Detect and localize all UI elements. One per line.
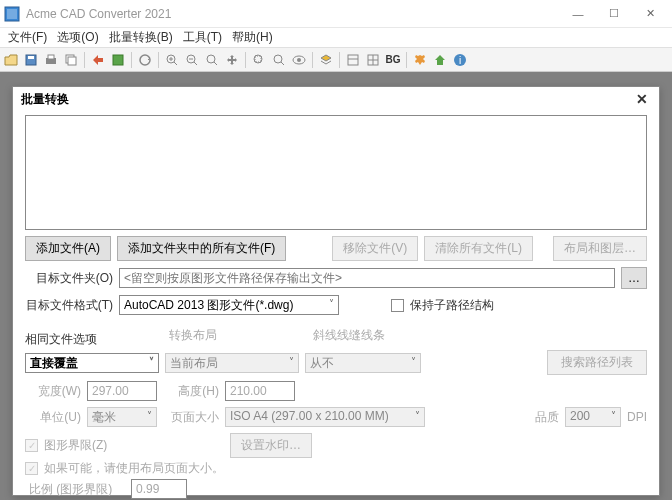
zoom-in-icon[interactable] <box>163 51 181 69</box>
zoom-out-icon[interactable] <box>183 51 201 69</box>
use-layout-checkbox: ✓ <box>25 462 38 475</box>
unit-select: 毫米 <box>87 407 157 427</box>
svg-rect-5 <box>48 55 54 59</box>
menu-options[interactable]: 选项(O) <box>53 29 102 46</box>
svg-point-24 <box>297 58 301 62</box>
clear-all-button[interactable]: 清除所有文件(L) <box>424 236 533 261</box>
width-label: 宽度(W) <box>25 383 81 400</box>
quality-label: 品质 <box>535 409 559 426</box>
svg-point-17 <box>207 55 215 63</box>
dialog-close-icon[interactable]: ✕ <box>633 91 651 107</box>
limit-label: 图形界限(Z) <box>44 437 224 454</box>
menu-tools[interactable]: 工具(T) <box>179 29 226 46</box>
zoom-window-icon[interactable] <box>250 51 268 69</box>
dialog-title: 批量转换 <box>21 91 69 108</box>
svg-rect-1 <box>7 9 17 19</box>
svg-rect-8 <box>113 55 123 65</box>
zoom-fit-icon[interactable] <box>203 51 221 69</box>
app-title: Acme CAD Converter 2021 <box>26 7 560 21</box>
unit-label: 单位(U) <box>25 409 81 426</box>
home-icon[interactable] <box>431 51 449 69</box>
keep-subfolders-label: 保持子路径结构 <box>410 297 494 314</box>
open-icon[interactable] <box>2 51 20 69</box>
svg-rect-7 <box>68 57 76 65</box>
bg-toggle[interactable]: BG <box>384 51 402 69</box>
convert-icon[interactable] <box>89 51 107 69</box>
svg-rect-3 <box>28 56 34 59</box>
target-format-select[interactable]: AutoCAD 2013 图形文件(*.dwg) <box>119 295 339 315</box>
layout-select: 当前布局 <box>165 353 299 373</box>
svg-line-18 <box>214 62 217 65</box>
file-list[interactable] <box>25 115 647 230</box>
line-select: 从不 <box>305 353 421 373</box>
help-icon[interactable]: i <box>451 51 469 69</box>
settings-icon[interactable] <box>411 51 429 69</box>
ratio-input <box>131 479 187 499</box>
svg-line-11 <box>174 62 177 65</box>
toolbar: BG i <box>0 48 672 72</box>
line-mode-label: 斜线线缝线条 <box>313 327 433 344</box>
refresh-icon[interactable] <box>136 51 154 69</box>
add-file-button[interactable]: 添加文件(A) <box>25 236 111 261</box>
quality-select: 200 <box>565 407 621 427</box>
dialog-titlebar: 批量转换 ✕ <box>13 87 659 111</box>
convert-layout-label: 转换布局 <box>169 327 307 344</box>
page-size-select: ISO A4 (297.00 x 210.00 MM) <box>225 407 425 427</box>
main-area: 批量转换 ✕ 添加文件(A) 添加文件夹中的所有文件(F) 移除文件(V) 清除… <box>0 72 672 500</box>
search-path-button[interactable]: 搜索路径列表 <box>547 350 647 375</box>
target-folder-input[interactable] <box>119 268 615 288</box>
layout-icon[interactable] <box>344 51 362 69</box>
keep-subfolders-checkbox[interactable] <box>391 299 404 312</box>
height-label: 高度(H) <box>163 383 219 400</box>
pan-icon[interactable] <box>223 51 241 69</box>
menubar: 文件(F) 选项(O) 批量转换(B) 工具(T) 帮助(H) <box>0 28 672 48</box>
svg-text:i: i <box>459 55 461 66</box>
titlebar: Acme CAD Converter 2021 — ☐ ✕ <box>0 0 672 28</box>
window-controls: — ☐ ✕ <box>560 2 668 26</box>
app-icon <box>4 6 20 22</box>
use-layout-label: 如果可能，请使用布局页面大小。 <box>44 460 224 477</box>
menu-help[interactable]: 帮助(H) <box>228 29 277 46</box>
view-icon[interactable] <box>290 51 308 69</box>
layers-icon[interactable] <box>317 51 335 69</box>
page-size-label: 页面大小 <box>163 409 219 426</box>
width-input <box>87 381 157 401</box>
minimize-button[interactable]: — <box>560 2 596 26</box>
limit-checkbox: ✓ <box>25 439 38 452</box>
svg-line-15 <box>194 62 197 65</box>
dpi-label: DPI <box>627 410 647 424</box>
add-folder-button[interactable]: 添加文件夹中的所有文件(F) <box>117 236 286 261</box>
svg-rect-25 <box>348 55 358 65</box>
watermark-button[interactable]: 设置水印… <box>230 433 312 458</box>
batch-convert-dialog: 批量转换 ✕ 添加文件(A) 添加文件夹中的所有文件(F) 移除文件(V) 清除… <box>12 86 660 496</box>
svg-point-21 <box>274 55 282 63</box>
same-file-select[interactable]: 直接覆盖 <box>25 353 159 373</box>
close-button[interactable]: ✕ <box>632 2 668 26</box>
height-input <box>225 381 295 401</box>
ratio-label: 比例 (图形界限) <box>25 481 125 498</box>
same-file-section-label: 相同文件选项 <box>25 331 163 348</box>
copy-icon[interactable] <box>62 51 80 69</box>
target-format-label: 目标文件格式(T) <box>25 297 113 314</box>
menu-file[interactable]: 文件(F) <box>4 29 51 46</box>
svg-rect-20 <box>255 56 261 62</box>
browse-folder-button[interactable]: … <box>621 267 647 289</box>
print-icon[interactable] <box>42 51 60 69</box>
remove-file-button[interactable]: 移除文件(V) <box>332 236 418 261</box>
svg-line-22 <box>281 62 284 65</box>
layout-layers-button[interactable]: 布局和图层… <box>553 236 647 261</box>
grid-icon[interactable] <box>364 51 382 69</box>
menu-batch[interactable]: 批量转换(B) <box>105 29 177 46</box>
target-folder-label: 目标文件夹(O) <box>25 270 113 287</box>
zoom-extents-icon[interactable] <box>270 51 288 69</box>
save-icon[interactable] <box>22 51 40 69</box>
batch-icon[interactable] <box>109 51 127 69</box>
maximize-button[interactable]: ☐ <box>596 2 632 26</box>
